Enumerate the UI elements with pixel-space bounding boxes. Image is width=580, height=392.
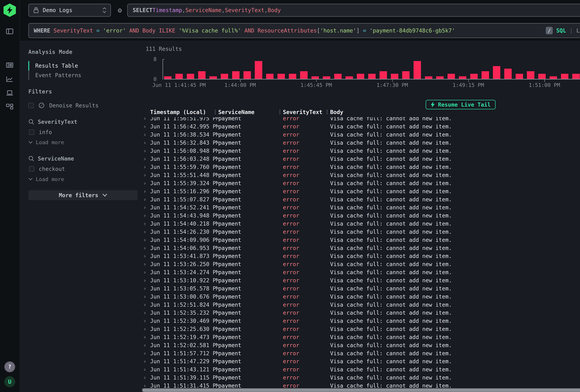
log-row[interactable]: ›Jun 11 1:55:07.827 PMpaymenterrorVisa c…: [142, 195, 580, 203]
log-row[interactable]: ›Jun 11 1:52:25.630 PMpaymenterrorVisa c…: [142, 325, 580, 333]
results-histogram[interactable]: 8 0 Jun 11 1:41:45 PM1:44:00 PM1:45:45 P…: [142, 41, 580, 98]
log-row[interactable]: ›Jun 11 1:54:06.953 PMpaymenterrorVisa c…: [142, 244, 580, 252]
help-button[interactable]: ?: [4, 361, 15, 372]
row-expand-icon[interactable]: ›: [142, 139, 150, 146]
row-expand-icon[interactable]: ›: [142, 164, 150, 170]
log-row[interactable]: ›Jun 11 1:53:26.250 PMpaymenterrorVisa c…: [142, 260, 580, 268]
search-icon[interactable]: [28, 156, 34, 161]
log-row[interactable]: ›Jun 11 1:55:59.760 PMpaymenterrorVisa c…: [142, 163, 580, 171]
log-row[interactable]: ›Jun 11 1:53:41.873 PMpaymenterrorVisa c…: [142, 252, 580, 260]
row-expand-icon[interactable]: ›: [142, 374, 150, 381]
log-row[interactable]: ›Jun 11 1:53:05.578 PMpaymenterrorVisa c…: [142, 284, 580, 292]
row-expand-icon[interactable]: ›: [142, 237, 150, 243]
log-row[interactable]: ›Jun 11 1:56:42.995 PMpaymenterrorVisa c…: [142, 123, 580, 131]
severitytext-column-header[interactable]: ⋮ SeverityText: [283, 109, 330, 117]
row-expand-icon[interactable]: ›: [142, 334, 150, 340]
log-row[interactable]: ›Jun 11 1:52:35.232 PMpaymenterrorVisa c…: [142, 309, 580, 317]
log-row[interactable]: ›Jun 11 1:53:00.676 PMpaymenterrorVisa c…: [142, 292, 580, 301]
more-filters-button[interactable]: More filters: [28, 190, 138, 200]
denoise-results-toggle[interactable]: Denoise Results: [28, 102, 142, 109]
panel-toggle-icon[interactable]: [3, 25, 16, 38]
row-expand-icon[interactable]: ›: [142, 117, 150, 122]
column-resize-handle[interactable]: ⋮: [213, 109, 218, 115]
log-row[interactable]: ›Jun 11 1:56:03.248 PMpaymenterrorVisa c…: [142, 155, 580, 163]
facet-option-checkout[interactable]: checkout: [29, 166, 142, 172]
checkout-checkbox[interactable]: [29, 166, 34, 172]
log-row[interactable]: ›Jun 11 1:51:39.115 PMpaymenterrorVisa c…: [142, 374, 580, 382]
severitytext-load-more[interactable]: Load more: [28, 139, 142, 145]
search-logs-icon[interactable]: [3, 59, 16, 72]
avatar[interactable]: U: [4, 376, 15, 387]
log-row[interactable]: ›Jun 11 1:52:51.824 PMpaymenterrorVisa c…: [142, 301, 580, 309]
where-query-input[interactable]: WHERE SeverityText = 'error' AND Body IL…: [28, 23, 580, 38]
language-lucene-option[interactable]: Lucene: [577, 27, 580, 34]
log-row[interactable]: ›Jun 11 1:52:02.581 PMpaymenterrorVisa c…: [142, 341, 580, 349]
row-expand-icon[interactable]: ›: [142, 196, 150, 203]
log-row[interactable]: ›Jun 11 1:56:51.975 PMpaymenterrorVisa c…: [142, 117, 580, 122]
log-row[interactable]: ›Jun 11 1:53:10.922 PMpaymenterrorVisa c…: [142, 276, 580, 284]
source-selector[interactable]: Demo Logs: [28, 4, 111, 16]
denoise-checkbox[interactable]: [28, 103, 34, 108]
row-expand-icon[interactable]: ›: [142, 188, 150, 194]
log-row[interactable]: ›Jun 11 1:56:08.948 PMpaymenterrorVisa c…: [142, 147, 580, 155]
row-expand-icon[interactable]: ›: [142, 131, 150, 138]
log-row[interactable]: ›Jun 11 1:55:51.448 PMpaymenterrorVisa c…: [142, 171, 580, 179]
row-expand-icon[interactable]: ›: [142, 172, 150, 178]
row-expand-icon[interactable]: ›: [142, 269, 150, 275]
row-expand-icon[interactable]: ›: [142, 212, 150, 219]
column-resize-handle[interactable]: ⋮: [277, 109, 282, 115]
column-resize-handle[interactable]: ⋮: [325, 109, 330, 115]
dashboards-icon[interactable]: [3, 101, 16, 113]
chart-explorer-icon[interactable]: [3, 73, 16, 86]
row-expand-icon[interactable]: ›: [142, 221, 150, 227]
servicename-column-header[interactable]: ⋮ ServiceName: [218, 109, 283, 117]
log-row[interactable]: ›Jun 11 1:54:26.230 PMpaymenterrorVisa c…: [142, 228, 580, 236]
log-row[interactable]: ›Jun 11 1:51:43.121 PMpaymenterrorVisa c…: [142, 366, 580, 374]
row-expand-icon[interactable]: ›: [142, 123, 150, 130]
log-row[interactable]: ›Jun 11 1:53:24.274 PMpaymenterrorVisa c…: [142, 268, 580, 276]
log-row[interactable]: ›Jun 11 1:55:39.324 PMpaymenterrorVisa c…: [142, 179, 580, 187]
log-row[interactable]: ›Jun 11 1:54:43.948 PMpaymenterrorVisa c…: [142, 212, 580, 220]
row-expand-icon[interactable]: ›: [142, 342, 150, 348]
row-expand-icon[interactable]: ›: [142, 383, 150, 389]
row-expand-icon[interactable]: ›: [142, 253, 150, 259]
row-expand-icon[interactable]: ›: [142, 245, 150, 251]
log-row[interactable]: ›Jun 11 1:54:09.906 PMpaymenterrorVisa c…: [142, 236, 580, 244]
row-expand-icon[interactable]: ›: [142, 318, 150, 324]
facet-option-info[interactable]: info: [29, 129, 142, 135]
row-expand-icon[interactable]: ›: [142, 277, 150, 283]
language-sql-option[interactable]: SQL: [556, 27, 566, 34]
row-expand-icon[interactable]: ›: [142, 148, 150, 154]
row-expand-icon[interactable]: ›: [142, 261, 150, 267]
timestamp-column-header[interactable]: Timestamp (Local): [150, 109, 218, 117]
row-expand-icon[interactable]: ›: [142, 293, 150, 300]
log-row[interactable]: ›Jun 11 1:52:30.469 PMpaymenterrorVisa c…: [142, 317, 580, 325]
log-row[interactable]: ›Jun 11 1:55:16.296 PMpaymenterrorVisa c…: [142, 187, 580, 195]
row-expand-icon[interactable]: ›: [142, 350, 150, 357]
horizontal-scrollbar-thumb[interactable]: [142, 389, 580, 392]
row-expand-icon[interactable]: ›: [142, 229, 150, 235]
row-expand-icon[interactable]: ›: [142, 180, 150, 186]
log-row[interactable]: ›Jun 11 1:51:47.229 PMpaymenterrorVisa c…: [142, 357, 580, 366]
row-expand-icon[interactable]: ›: [142, 366, 150, 373]
client-sessions-icon[interactable]: [3, 87, 16, 99]
row-expand-icon[interactable]: ›: [142, 310, 150, 316]
log-row[interactable]: ›Jun 11 1:54:40.218 PMpaymenterrorVisa c…: [142, 220, 580, 228]
row-expand-icon[interactable]: ›: [142, 285, 150, 292]
mode-item-event-patterns[interactable]: Event Patterns: [28, 71, 142, 80]
horizontal-scrollbar[interactable]: [142, 388, 580, 392]
row-expand-icon[interactable]: ›: [142, 326, 150, 332]
resume-live-tail-button[interactable]: Resume Live Tail: [426, 100, 496, 109]
source-settings-gear-icon[interactable]: ⚙: [114, 6, 126, 14]
row-expand-icon[interactable]: ›: [142, 301, 150, 308]
row-expand-icon[interactable]: ›: [142, 156, 150, 162]
info-checkbox[interactable]: [29, 130, 34, 135]
mode-item-results-table[interactable]: Results Table: [28, 61, 142, 70]
row-expand-icon[interactable]: ›: [142, 358, 150, 365]
servicename-load-more[interactable]: Load more: [28, 176, 142, 182]
body-column-header[interactable]: ⋮ Body: [330, 109, 580, 117]
log-row[interactable]: ›Jun 11 1:51:57.712 PMpaymenterrorVisa c…: [142, 349, 580, 357]
search-icon[interactable]: [28, 119, 34, 125]
log-row[interactable]: ›Jun 11 1:56:38.534 PMpaymenterrorVisa c…: [142, 131, 580, 138]
log-row[interactable]: ›Jun 11 1:56:32.843 PMpaymenterrorVisa c…: [142, 138, 580, 147]
